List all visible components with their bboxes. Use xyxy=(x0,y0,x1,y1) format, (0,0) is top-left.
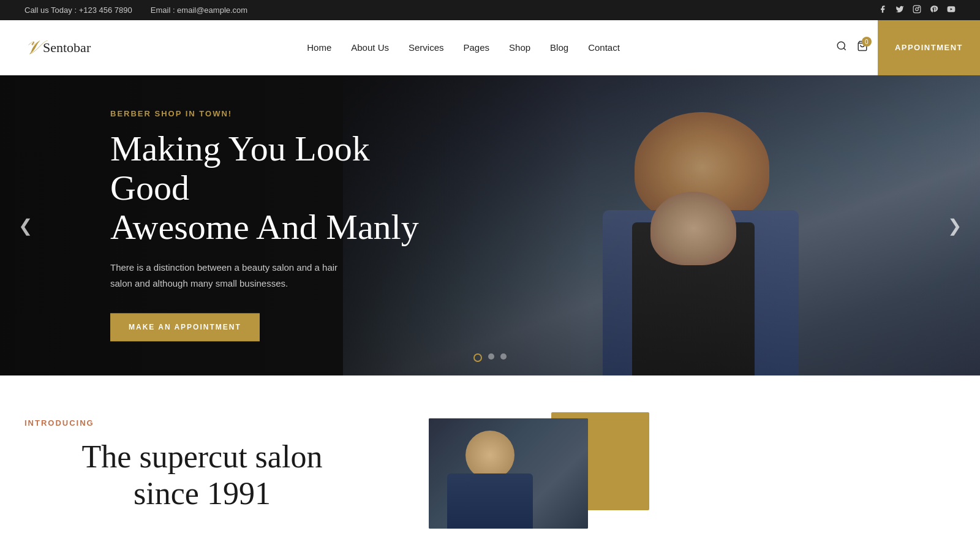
slider-dot-1[interactable] xyxy=(473,353,482,362)
email-info: Email : email@eample.com xyxy=(151,6,247,15)
top-bar-social xyxy=(878,5,956,15)
twitter-icon[interactable] xyxy=(895,5,904,15)
facebook-icon[interactable] xyxy=(878,5,887,15)
cart-badge: 0 xyxy=(862,37,872,47)
top-bar-left: Call us Today : +123 456 7890 Email : em… xyxy=(24,6,247,15)
top-bar: Call us Today : +123 456 7890 Email : em… xyxy=(0,0,980,20)
nav-contact[interactable]: Contact xyxy=(588,42,620,53)
logo-text: Sentobar xyxy=(43,40,91,56)
intro-image-area xyxy=(429,418,956,541)
intro-title: The supercut salon since 1991 xyxy=(24,439,380,512)
phone-info: Call us Today : +123 456 7890 xyxy=(24,6,132,15)
logo[interactable]: 𝒱 Sentobar xyxy=(24,36,91,59)
main-nav: Home About Us Services Pages Shop Blog C… xyxy=(307,42,620,53)
nav-services[interactable]: Services xyxy=(409,42,444,53)
header: 𝒱 Sentobar Home About Us Services Pages … xyxy=(0,20,980,75)
pinterest-icon[interactable] xyxy=(930,5,938,15)
svg-point-4 xyxy=(837,42,845,49)
intro-main-image xyxy=(429,418,588,529)
slider-dot-2[interactable] xyxy=(488,353,494,360)
hero-description: There is a distinction between a beauty … xyxy=(110,260,343,292)
hero-content: BERBER SHOP IN TOWN! Making You Look Goo… xyxy=(110,109,453,341)
search-icon[interactable] xyxy=(836,40,847,55)
intro-label: INTRODUCING xyxy=(24,418,380,428)
svg-line-5 xyxy=(843,48,845,50)
youtube-icon[interactable] xyxy=(947,5,956,15)
slider-dots xyxy=(473,353,507,362)
appointment-button[interactable]: APPOINTMENT xyxy=(878,20,980,75)
hero-cta-button[interactable]: MAKE AN APPOINTMENT xyxy=(110,314,260,342)
nav-pages[interactable]: Pages xyxy=(464,42,490,53)
nav-home[interactable]: Home xyxy=(307,42,331,53)
nav-shop[interactable]: Shop xyxy=(509,42,530,53)
intro-text: INTRODUCING The supercut salon since 199… xyxy=(24,418,380,512)
instagram-icon[interactable] xyxy=(913,5,921,15)
intro-section: INTRODUCING The supercut salon since 199… xyxy=(0,375,980,547)
svg-rect-0 xyxy=(913,6,921,13)
nav-icons: 0 APPOINTMENT xyxy=(836,20,956,75)
slider-dot-3[interactable] xyxy=(500,353,507,360)
slider-next-button[interactable]: ❯ xyxy=(941,209,968,242)
logo-icon: 𝒱 xyxy=(24,36,38,59)
hero-title: Making You Look Good Awesome And Manly xyxy=(110,129,453,246)
hero-subtitle: BERBER SHOP IN TOWN! xyxy=(110,109,453,118)
cart-icon[interactable]: 0 xyxy=(857,40,868,55)
svg-point-2 xyxy=(919,7,919,7)
svg-point-1 xyxy=(916,8,919,11)
nav-about[interactable]: About Us xyxy=(351,42,389,53)
nav-blog[interactable]: Blog xyxy=(550,42,568,53)
hero-section: BERBER SHOP IN TOWN! Making You Look Goo… xyxy=(0,75,980,375)
slider-prev-button[interactable]: ❮ xyxy=(12,209,39,242)
